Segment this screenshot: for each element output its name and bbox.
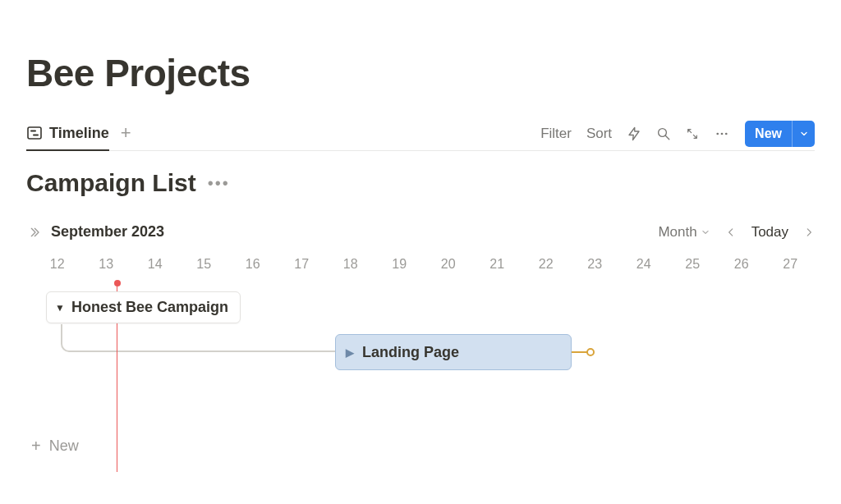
plus-icon: +: [31, 437, 41, 456]
day-cell: 26: [717, 257, 766, 272]
day-cell: 23: [571, 257, 620, 272]
timeline-header: September 2023 Month Today: [26, 223, 815, 241]
day-cell: 25: [669, 257, 718, 272]
sort-button[interactable]: Sort: [586, 126, 612, 142]
timeline-icon: [26, 125, 43, 141]
new-button-label[interactable]: New: [745, 121, 792, 147]
add-view-button[interactable]: +: [121, 117, 131, 150]
day-scale: 12 13 14 15 16 17 18 19 20 21 22 23 24 2…: [26, 257, 815, 272]
next-button[interactable]: [803, 227, 815, 238]
new-row-label: New: [49, 438, 79, 455]
day-cell: 17: [278, 257, 327, 272]
day-cell: 14: [131, 257, 180, 272]
timeline-body: ▼ Honest Bee Campaign ▶ Landing Page + N…: [26, 291, 815, 464]
prev-button[interactable]: [725, 227, 737, 238]
view-tab-row: Timeline + Filter Sort New: [26, 117, 815, 151]
day-cell: 20: [424, 257, 473, 272]
today-dot-icon: [114, 280, 121, 286]
new-row-button[interactable]: + New: [31, 437, 79, 456]
month-label: September 2023: [51, 223, 164, 241]
svg-line-4: [665, 135, 669, 140]
svg-point-6: [721, 132, 724, 135]
new-button[interactable]: New: [745, 121, 815, 147]
page-title: Bee Projects: [26, 51, 815, 95]
today-button[interactable]: Today: [751, 224, 788, 241]
day-cell: 27: [766, 257, 816, 272]
day-cell: 16: [228, 257, 278, 272]
show-sidebar-icon[interactable]: [26, 226, 41, 239]
database-title-row: Campaign List •••: [26, 169, 815, 197]
database-more-icon[interactable]: •••: [208, 174, 230, 193]
day-cell: 24: [619, 257, 669, 272]
dependency-line: [572, 351, 588, 353]
task-name: Landing Page: [362, 344, 459, 361]
scale-select[interactable]: Month: [658, 224, 710, 241]
tabs-left: Timeline +: [26, 117, 131, 150]
toolbar: Filter Sort New: [540, 121, 815, 147]
day-cell: 22: [522, 257, 571, 272]
svg-rect-0: [28, 127, 41, 139]
new-button-caret[interactable]: [792, 121, 815, 147]
day-cell: 15: [180, 257, 229, 272]
svg-rect-1: [30, 131, 36, 132]
bolt-icon[interactable]: [627, 126, 641, 141]
dependency-handle[interactable]: [586, 348, 595, 356]
database-title[interactable]: Campaign List: [26, 169, 196, 197]
svg-point-7: [725, 132, 728, 135]
task-bar[interactable]: ▶ Landing Page: [335, 334, 572, 370]
today-marker: [26, 278, 815, 288]
svg-rect-2: [33, 135, 39, 136]
chevron-down-icon: [701, 227, 710, 237]
expand-icon[interactable]: [686, 127, 699, 140]
tab-timeline[interactable]: Timeline: [26, 117, 109, 151]
svg-point-5: [716, 132, 719, 135]
day-cell: 12: [33, 257, 82, 272]
connector-line: [61, 324, 340, 352]
group-header[interactable]: ▼ Honest Bee Campaign: [46, 291, 241, 323]
collapse-icon: ▼: [55, 302, 65, 314]
timeline-header-right: Month Today: [658, 224, 815, 241]
more-icon[interactable]: [714, 126, 730, 141]
timeline-header-left: September 2023: [26, 223, 164, 241]
tab-timeline-label: Timeline: [49, 125, 109, 142]
day-cell: 21: [473, 257, 522, 272]
expand-task-icon: ▶: [346, 346, 354, 359]
group-name: Honest Bee Campaign: [71, 299, 228, 316]
day-cell: 19: [375, 257, 425, 272]
filter-button[interactable]: Filter: [540, 126, 572, 142]
day-cell: 13: [82, 257, 131, 272]
day-cell: 18: [326, 257, 375, 272]
scale-select-label: Month: [658, 224, 696, 241]
search-icon[interactable]: [656, 126, 671, 141]
